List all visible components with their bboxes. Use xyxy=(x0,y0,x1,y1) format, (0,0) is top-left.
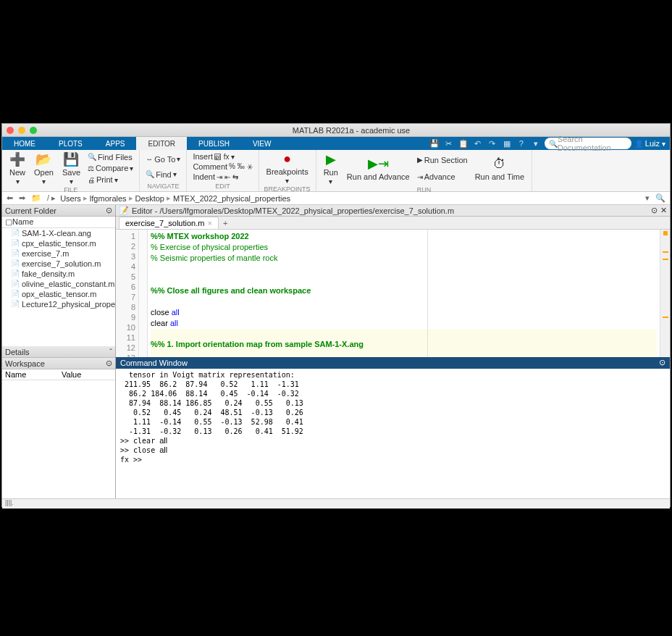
print-button[interactable]: 🖨 Print ▾ xyxy=(86,175,135,185)
status-bar: ||||. xyxy=(2,498,670,509)
file-icon: 📄 xyxy=(11,239,20,248)
workspace-panel xyxy=(2,380,115,498)
add-tab-icon[interactable]: + xyxy=(219,217,232,229)
tab-publish[interactable]: PUBLISH xyxy=(187,137,241,150)
panel-menu-icon[interactable]: ⊙ xyxy=(651,206,658,215)
breadcrumb: Users▸ lfgmorales▸ Desktop▸ MTEX_2022_ph… xyxy=(60,193,290,203)
cut-icon[interactable]: ✂ xyxy=(443,138,455,149)
search-placeholder: Search Documentation xyxy=(558,135,627,152)
bc-item[interactable]: Desktop xyxy=(135,194,164,203)
editor-header: 📝 Editor - /Users/lfgmorales/Desktop/MTE… xyxy=(116,205,670,217)
window-title: MATLAB R2021a - academic use xyxy=(37,126,665,135)
file-item[interactable]: 📄olivine_elastic_constant.m xyxy=(2,279,115,289)
command-window-header: Command Window⊙ xyxy=(116,357,670,369)
bc-item[interactable]: MTEX_2022_physical_properties xyxy=(173,194,290,203)
file-item[interactable]: 📄fake_density.m xyxy=(2,269,115,279)
run-advance-button[interactable]: ▶⇥Run and Advance xyxy=(344,151,413,185)
up-icon[interactable]: 📁 xyxy=(30,193,43,203)
file-item[interactable]: 📄exercise_7.m xyxy=(2,248,115,259)
tab-apps[interactable]: APPS xyxy=(94,137,137,150)
file-icon: 📄 xyxy=(11,269,20,278)
toolstrip: ➕New▾ 📂Open▾ 💾Save▾ 🔍 Find Files ⚖ Compa… xyxy=(2,150,670,192)
file-icon: 📄 xyxy=(11,249,20,258)
expand-icon[interactable]: ˆ xyxy=(109,348,112,356)
bc-item[interactable]: lfgmorales xyxy=(90,194,127,203)
layout-icon[interactable]: ▦ xyxy=(501,138,513,149)
ws-col-name[interactable]: Name xyxy=(2,369,59,380)
more-icon[interactable]: ▾ xyxy=(530,138,542,149)
path-dropdown-icon[interactable]: ▾ xyxy=(644,193,651,203)
tab-plots[interactable]: PLOTS xyxy=(47,137,94,150)
forward-icon[interactable]: ➡ xyxy=(17,193,27,203)
file-item[interactable]: 📄cpx_elastic_tensor.m xyxy=(2,238,115,248)
traffic-lights xyxy=(7,127,37,134)
user-badge[interactable]: 👤 Luiz ▾ xyxy=(634,139,665,148)
tab-editor[interactable]: EDITOR xyxy=(136,137,187,150)
file-icon: 📄 xyxy=(11,229,20,238)
find-button[interactable]: 🔍 Find ▾ xyxy=(144,170,182,180)
file-col-header[interactable]: ▢ Name xyxy=(2,217,115,228)
panel-menu-icon[interactable]: ⊙ xyxy=(106,359,112,368)
back-icon[interactable]: ⬅ xyxy=(5,193,14,203)
new-button[interactable]: ➕New▾ xyxy=(7,151,28,185)
path-root[interactable]: / ▸ xyxy=(46,193,57,203)
run-time-button[interactable]: ⏱Run and Time xyxy=(472,151,527,185)
comment-button[interactable]: Comment % ‰ ⚹ xyxy=(191,162,253,172)
warning-indicator-icon[interactable] xyxy=(663,231,668,235)
tab-home[interactable]: HOME xyxy=(2,137,47,150)
tab-view[interactable]: VIEW xyxy=(241,137,283,150)
advance-button[interactable]: ⇥ Advance xyxy=(416,172,469,182)
file-item[interactable]: 📄Lecture12_physical_propert... xyxy=(2,299,115,309)
close-icon[interactable]: ✕ xyxy=(660,206,667,215)
file-item[interactable]: 📄SAM-1-X-clean.ang xyxy=(2,228,115,238)
file-icon: 📄 xyxy=(11,259,20,268)
run-button[interactable]: ▶Run▾ xyxy=(321,151,341,185)
indent-button[interactable]: Indent ⇥ ⇤ ⇆ xyxy=(191,172,253,182)
search-path-icon[interactable]: 🔍 xyxy=(654,193,667,203)
close-tab-icon[interactable]: × xyxy=(207,219,211,227)
current-folder-header: Current Folder ⊙ xyxy=(2,205,115,217)
address-bar: ⬅ ➡ 📁 / ▸ Users▸ lfgmorales▸ Desktop▸ MT… xyxy=(2,192,670,205)
maximize-icon[interactable] xyxy=(30,127,37,134)
editor-tab[interactable]: exercise_7_solution.m× xyxy=(119,217,219,229)
command-window[interactable]: tensor in Voigt matrix representation: 2… xyxy=(116,369,670,499)
file-icon: 📄 xyxy=(11,300,20,309)
goto-button[interactable]: ↔ Go To ▾ xyxy=(144,154,182,164)
copy-icon[interactable]: 📋 xyxy=(458,138,469,149)
run-section-button[interactable]: ▶ Run Section xyxy=(416,155,469,165)
minimize-icon[interactable] xyxy=(18,127,25,134)
file-item[interactable]: 📄opx_elastic_tensor.m xyxy=(2,289,115,299)
workspace-header: Workspace⊙ xyxy=(2,358,115,369)
panel-menu-icon[interactable]: ⊙ xyxy=(659,358,665,367)
doc-icon: 📝 xyxy=(119,206,129,215)
compare-button[interactable]: ⚖ Compare ▾ xyxy=(86,163,135,173)
insert-button[interactable]: Insert 🗟 fx ▾ xyxy=(191,151,253,162)
code-scrollbar[interactable] xyxy=(660,230,670,357)
file-item[interactable]: 📄exercise_7_solution.m xyxy=(2,259,115,269)
bc-item[interactable]: Users xyxy=(60,194,81,203)
details-header[interactable]: Detailsˆ xyxy=(2,346,115,358)
code-editor[interactable]: 1234567891011121314151617181920212223242… xyxy=(116,230,670,357)
file-icon: 📄 xyxy=(11,280,20,288)
breakpoints-button[interactable]: ●Breakpoints▾ xyxy=(264,151,311,185)
undo-icon[interactable]: ↶ xyxy=(472,138,484,149)
file-icon: 📄 xyxy=(11,290,20,298)
redo-icon[interactable]: ↷ xyxy=(487,138,498,149)
open-button[interactable]: 📂Open▾ xyxy=(31,151,56,185)
matlab-window: MATLAB R2021a - academic use HOME PLOTS … xyxy=(1,123,671,507)
ws-col-value[interactable]: Value xyxy=(59,369,115,380)
search-input[interactable]: 🔍 Search Documentation xyxy=(545,138,631,149)
editor-tabs: exercise_7_solution.m× + xyxy=(116,217,670,230)
findfiles-button[interactable]: 🔍 Find Files xyxy=(86,152,135,162)
save-icon[interactable]: 💾 xyxy=(429,138,440,149)
save-button[interactable]: 💾Save▾ xyxy=(59,151,83,185)
toolstrip-tabs: HOME PLOTS APPS EDITOR PUBLISH VIEW 💾 ✂ … xyxy=(2,137,670,150)
file-list: 📄SAM-1-X-clean.ang📄cpx_elastic_tensor.m📄… xyxy=(2,228,115,346)
help-icon[interactable]: ? xyxy=(516,138,527,149)
close-icon[interactable] xyxy=(7,127,14,134)
panel-menu-icon[interactable]: ⊙ xyxy=(106,206,112,215)
